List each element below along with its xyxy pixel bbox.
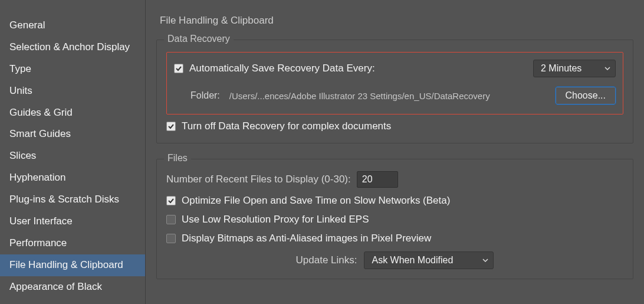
data-recovery-legend: Data Recovery	[164, 34, 234, 44]
low-res-proxy-checkbox[interactable]	[166, 215, 176, 224]
files-group: Files Number of Recent Files to Display …	[156, 159, 633, 279]
low-res-proxy-label: Use Low Resolution Proxy for Linked EPS	[182, 214, 369, 225]
turn-off-complex-label: Turn off Data Recovery for complex docum…	[182, 120, 391, 132]
display-bitmaps-checkbox[interactable]	[166, 234, 176, 243]
recovery-interval-value: 2 Minutes	[541, 63, 581, 74]
optimize-network-checkbox[interactable]	[166, 196, 176, 205]
update-links-label: Update Links:	[296, 254, 357, 266]
display-bitmaps-label: Display Bitmaps as Anti-Aliased images i…	[182, 233, 431, 244]
recent-files-input[interactable]	[357, 171, 398, 188]
recovery-interval-select[interactable]: 2 Minutes	[533, 60, 616, 77]
update-links-select[interactable]: Ask When Modified	[364, 251, 494, 269]
main-panel: File Handling & Clipboard Data Recovery …	[146, 0, 644, 304]
sidebar-item-performance[interactable]: Performance	[0, 233, 145, 254]
turn-off-complex-checkbox[interactable]	[166, 122, 176, 131]
sidebar-item-user-interface[interactable]: User Interface	[0, 211, 145, 233]
sidebar-item-smart-guides[interactable]: Smart Guides	[0, 123, 145, 145]
check-icon	[167, 123, 175, 130]
sidebar-item-hyphenation[interactable]: Hyphenation	[0, 167, 145, 189]
sidebar-item-slices[interactable]: Slices	[0, 145, 145, 167]
sidebar-item-appearance-black[interactable]: Appearance of Black	[0, 276, 145, 298]
data-recovery-highlight: Automatically Save Recovery Data Every: …	[166, 52, 623, 115]
chevron-down-icon	[482, 257, 488, 263]
sidebar-item-selection-anchor[interactable]: Selection & Anchor Display	[0, 37, 145, 58]
sidebar-item-file-handling[interactable]: File Handling & Clipboard	[0, 254, 145, 276]
folder-label: Folder:	[190, 90, 220, 101]
check-icon	[175, 65, 182, 72]
check-icon	[167, 197, 175, 204]
sidebar-item-units[interactable]: Units	[0, 80, 145, 102]
chevron-down-icon	[604, 66, 610, 71]
page-title: File Handling & Clipboard	[156, 15, 633, 27]
auto-save-checkbox[interactable]	[174, 64, 183, 73]
sidebar-item-type[interactable]: Type	[0, 58, 145, 80]
update-links-value: Ask When Modified	[372, 255, 453, 266]
folder-path: /Users/...ences/Adobe Illustrator 23 Set…	[229, 91, 490, 101]
auto-save-label: Automatically Save Recovery Data Every:	[189, 63, 375, 74]
recent-files-label: Number of Recent Files to Display (0-30)…	[166, 174, 351, 185]
preferences-sidebar: General Selection & Anchor Display Type …	[0, 0, 146, 304]
sidebar-item-guides-grid[interactable]: Guides & Grid	[0, 102, 145, 124]
data-recovery-group: Data Recovery Automatically Save Recover…	[156, 40, 633, 143]
sidebar-item-plugins-scratch[interactable]: Plug-ins & Scratch Disks	[0, 189, 145, 211]
optimize-network-label: Optimize File Open and Save Time on Slow…	[182, 195, 450, 207]
choose-folder-button[interactable]: Choose...	[556, 87, 616, 104]
sidebar-item-general[interactable]: General	[0, 15, 145, 37]
files-legend: Files	[164, 153, 191, 164]
